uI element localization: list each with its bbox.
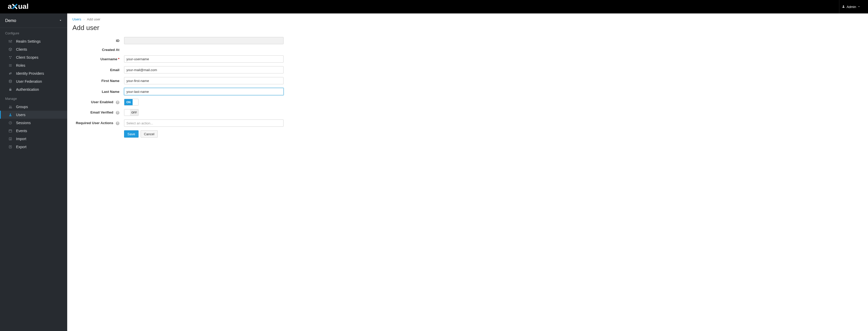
username-input[interactable] bbox=[124, 55, 284, 63]
save-button[interactable]: Save bbox=[124, 130, 138, 138]
cube-icon bbox=[8, 48, 12, 51]
scopes-icon bbox=[8, 56, 12, 59]
required-marker: * bbox=[118, 57, 119, 61]
sidebar-item-label: Client Scopes bbox=[16, 55, 38, 59]
user-menu[interactable]: Admin bbox=[839, 0, 863, 13]
breadcrumb-parent[interactable]: Users bbox=[72, 17, 81, 21]
form-row-id: ID bbox=[72, 37, 398, 44]
user-label: Admin bbox=[846, 5, 856, 9]
sidebar-item-users[interactable]: Users bbox=[0, 111, 67, 119]
sidebar-item-label: Clients bbox=[16, 47, 27, 52]
user-icon bbox=[8, 113, 12, 117]
svg-rect-18 bbox=[9, 89, 11, 91]
form-row-created-at: Created At bbox=[72, 48, 398, 52]
svg-rect-23 bbox=[9, 129, 12, 132]
sidebar-group-manage: Manage bbox=[0, 93, 67, 103]
breadcrumb: Users › Add user bbox=[72, 17, 398, 21]
breadcrumb-current: Add user bbox=[87, 17, 100, 21]
help-icon[interactable]: ? bbox=[116, 111, 119, 115]
sidebar-item-events[interactable]: Events bbox=[0, 127, 67, 135]
toggle-on-label: ON bbox=[124, 99, 133, 105]
svg-point-12 bbox=[10, 56, 12, 57]
export-icon bbox=[8, 145, 12, 149]
sidebar-item-label: Groups bbox=[16, 105, 28, 109]
topbar: a ual Admin bbox=[0, 0, 868, 13]
realm-selector[interactable]: Demo bbox=[0, 13, 67, 28]
sidebar-item-label: Roles bbox=[16, 63, 25, 67]
id-label: ID bbox=[72, 39, 124, 43]
svg-point-17 bbox=[9, 80, 11, 81]
svg-rect-5 bbox=[9, 40, 9, 43]
logo[interactable]: a ual bbox=[8, 3, 46, 11]
svg-point-20 bbox=[10, 106, 11, 107]
sidebar-item-groups[interactable]: Groups bbox=[0, 103, 67, 111]
svg-rect-6 bbox=[10, 40, 10, 43]
form-row-first-name: First Name bbox=[72, 77, 398, 84]
last-name-input[interactable] bbox=[124, 88, 284, 95]
help-icon[interactable]: ? bbox=[116, 100, 119, 104]
user-icon bbox=[842, 5, 845, 9]
sidebar-item-export[interactable]: Export bbox=[0, 143, 67, 151]
required-actions-select[interactable]: Select an action... bbox=[124, 119, 284, 127]
form-row-buttons: Save Cancel bbox=[72, 130, 398, 138]
sidebar-item-label: Events bbox=[16, 129, 27, 133]
email-label: Email bbox=[72, 68, 124, 72]
sidebar-item-client-scopes[interactable]: Client Scopes bbox=[0, 53, 67, 61]
created-at-label: Created At bbox=[72, 48, 124, 52]
svg-point-11 bbox=[9, 56, 10, 57]
group-icon bbox=[8, 105, 12, 109]
svg-point-19 bbox=[9, 106, 10, 107]
clock-icon bbox=[8, 121, 12, 125]
calendar-icon bbox=[8, 129, 12, 133]
sidebar-item-sessions[interactable]: Sessions bbox=[0, 119, 67, 127]
form-row-email: Email bbox=[72, 66, 398, 73]
email-verified-label: Email Verified ? bbox=[72, 111, 124, 115]
svg-rect-10 bbox=[11, 40, 12, 40]
list-icon bbox=[8, 64, 12, 67]
sidebar-item-realm-settings[interactable]: Realm Settings bbox=[0, 37, 67, 45]
sidebar-item-label: Identity Providers bbox=[16, 71, 44, 76]
lock-icon bbox=[8, 88, 12, 91]
chevron-down-icon bbox=[858, 5, 860, 9]
first-name-input[interactable] bbox=[124, 77, 284, 84]
sliders-icon bbox=[8, 39, 12, 43]
sidebar-item-label: User Federation bbox=[16, 80, 42, 84]
svg-text:ual: ual bbox=[18, 3, 28, 10]
help-icon[interactable]: ? bbox=[116, 122, 119, 125]
sidebar-group-configure: Configure bbox=[0, 28, 67, 37]
svg-rect-14 bbox=[9, 64, 12, 64]
required-actions-label: Required User Actions ? bbox=[72, 121, 124, 125]
realm-name: Demo bbox=[5, 18, 16, 23]
chevron-down-icon bbox=[59, 19, 62, 23]
sidebar-item-label: Sessions bbox=[16, 121, 31, 125]
svg-rect-8 bbox=[9, 40, 10, 41]
main-content: Users › Add user Add user ID Created At … bbox=[67, 13, 403, 331]
sidebar-item-label: Import bbox=[16, 137, 26, 141]
sidebar-item-authentication[interactable]: Authentication bbox=[0, 85, 67, 93]
sidebar-item-label: Export bbox=[16, 145, 26, 149]
id-field bbox=[124, 37, 284, 44]
svg-text:a: a bbox=[8, 3, 12, 10]
select-placeholder: Select an action... bbox=[126, 121, 153, 125]
form-row-email-verified: Email Verified ? OFF bbox=[72, 109, 398, 116]
email-input[interactable] bbox=[124, 66, 284, 73]
sidebar-item-roles[interactable]: Roles bbox=[0, 61, 67, 69]
username-label: Username* bbox=[72, 57, 124, 61]
chevron-right-icon: › bbox=[84, 18, 85, 21]
sidebar-item-clients[interactable]: Clients bbox=[0, 45, 67, 53]
email-verified-toggle[interactable]: OFF bbox=[124, 109, 138, 116]
form-row-user-enabled: User Enabled ? ON bbox=[72, 99, 398, 106]
sidebar-item-identity-providers[interactable]: Identity Providers bbox=[0, 69, 67, 77]
sidebar-item-user-federation[interactable]: User Federation bbox=[0, 77, 67, 85]
cancel-button[interactable]: Cancel bbox=[141, 130, 158, 138]
sidebar-item-import[interactable]: Import bbox=[0, 135, 67, 143]
toggle-off-label: OFF bbox=[130, 110, 138, 116]
form-row-last-name: Last Name bbox=[72, 88, 398, 95]
last-name-label: Last Name bbox=[72, 90, 124, 94]
toggle-handle bbox=[124, 110, 130, 116]
user-enabled-label: User Enabled ? bbox=[72, 100, 124, 104]
user-enabled-toggle[interactable]: ON bbox=[124, 99, 138, 106]
sidebar: Demo Configure Realm Settings Clients Cl… bbox=[0, 13, 67, 331]
sidebar-item-label: Users bbox=[16, 113, 26, 117]
svg-point-13 bbox=[10, 58, 11, 59]
